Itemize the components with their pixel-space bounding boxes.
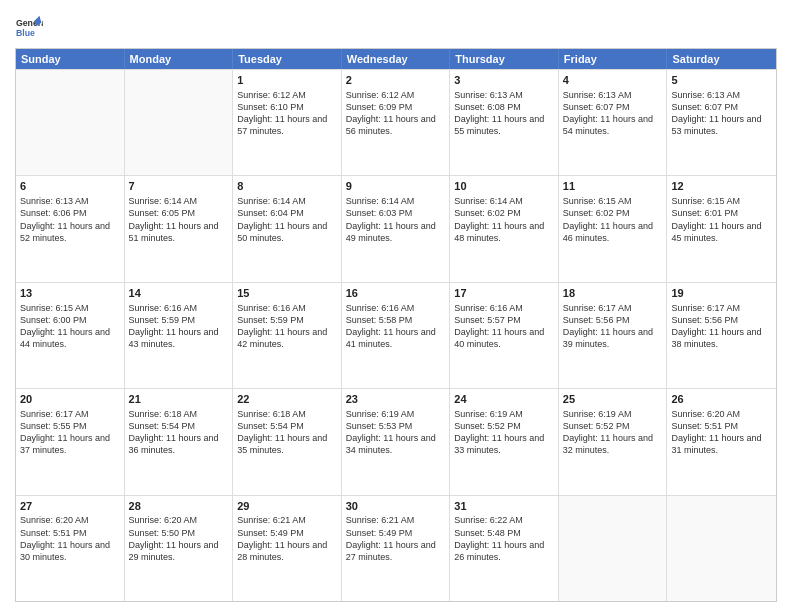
cal-cell: 5Sunrise: 6:13 AMSunset: 6:07 PMDaylight… xyxy=(667,70,776,175)
cal-week-3: 13Sunrise: 6:15 AMSunset: 6:00 PMDayligh… xyxy=(16,282,776,388)
cal-cell: 25Sunrise: 6:19 AMSunset: 5:52 PMDayligh… xyxy=(559,389,668,494)
day-number: 23 xyxy=(346,392,446,407)
cal-week-1: 1Sunrise: 6:12 AMSunset: 6:10 PMDaylight… xyxy=(16,69,776,175)
day-number: 3 xyxy=(454,73,554,88)
calendar-header-row: SundayMondayTuesdayWednesdayThursdayFrid… xyxy=(16,49,776,69)
cell-info: Sunrise: 6:16 AMSunset: 5:58 PMDaylight:… xyxy=(346,302,446,351)
cell-info: Sunrise: 6:19 AMSunset: 5:53 PMDaylight:… xyxy=(346,408,446,457)
day-number: 20 xyxy=(20,392,120,407)
cal-cell: 16Sunrise: 6:16 AMSunset: 5:58 PMDayligh… xyxy=(342,283,451,388)
cell-info: Sunrise: 6:12 AMSunset: 6:09 PMDaylight:… xyxy=(346,89,446,138)
day-number: 21 xyxy=(129,392,229,407)
cell-info: Sunrise: 6:13 AMSunset: 6:08 PMDaylight:… xyxy=(454,89,554,138)
cal-header-thursday: Thursday xyxy=(450,49,559,69)
cal-cell: 22Sunrise: 6:18 AMSunset: 5:54 PMDayligh… xyxy=(233,389,342,494)
cal-cell xyxy=(667,496,776,601)
cal-cell: 11Sunrise: 6:15 AMSunset: 6:02 PMDayligh… xyxy=(559,176,668,281)
cell-info: Sunrise: 6:17 AMSunset: 5:56 PMDaylight:… xyxy=(563,302,663,351)
day-number: 16 xyxy=(346,286,446,301)
cal-cell: 13Sunrise: 6:15 AMSunset: 6:00 PMDayligh… xyxy=(16,283,125,388)
page: General Blue SundayMondayTuesdayWednesda… xyxy=(0,0,792,612)
day-number: 27 xyxy=(20,499,120,514)
cal-cell: 18Sunrise: 6:17 AMSunset: 5:56 PMDayligh… xyxy=(559,283,668,388)
day-number: 6 xyxy=(20,179,120,194)
cal-cell xyxy=(559,496,668,601)
cal-cell: 3Sunrise: 6:13 AMSunset: 6:08 PMDaylight… xyxy=(450,70,559,175)
cal-cell: 29Sunrise: 6:21 AMSunset: 5:49 PMDayligh… xyxy=(233,496,342,601)
cell-info: Sunrise: 6:17 AMSunset: 5:56 PMDaylight:… xyxy=(671,302,772,351)
day-number: 25 xyxy=(563,392,663,407)
cal-cell: 17Sunrise: 6:16 AMSunset: 5:57 PMDayligh… xyxy=(450,283,559,388)
day-number: 22 xyxy=(237,392,337,407)
cal-cell: 2Sunrise: 6:12 AMSunset: 6:09 PMDaylight… xyxy=(342,70,451,175)
cal-cell xyxy=(125,70,234,175)
cal-cell: 28Sunrise: 6:20 AMSunset: 5:50 PMDayligh… xyxy=(125,496,234,601)
cell-info: Sunrise: 6:15 AMSunset: 6:02 PMDaylight:… xyxy=(563,195,663,244)
day-number: 2 xyxy=(346,73,446,88)
cell-info: Sunrise: 6:19 AMSunset: 5:52 PMDaylight:… xyxy=(454,408,554,457)
cal-week-2: 6Sunrise: 6:13 AMSunset: 6:06 PMDaylight… xyxy=(16,175,776,281)
cell-info: Sunrise: 6:13 AMSunset: 6:07 PMDaylight:… xyxy=(671,89,772,138)
svg-text:Blue: Blue xyxy=(16,28,35,38)
cell-info: Sunrise: 6:19 AMSunset: 5:52 PMDaylight:… xyxy=(563,408,663,457)
cell-info: Sunrise: 6:13 AMSunset: 6:07 PMDaylight:… xyxy=(563,89,663,138)
day-number: 31 xyxy=(454,499,554,514)
day-number: 28 xyxy=(129,499,229,514)
cal-cell: 15Sunrise: 6:16 AMSunset: 5:59 PMDayligh… xyxy=(233,283,342,388)
cal-cell: 1Sunrise: 6:12 AMSunset: 6:10 PMDaylight… xyxy=(233,70,342,175)
cell-info: Sunrise: 6:22 AMSunset: 5:48 PMDaylight:… xyxy=(454,514,554,563)
cell-info: Sunrise: 6:15 AMSunset: 6:01 PMDaylight:… xyxy=(671,195,772,244)
day-number: 18 xyxy=(563,286,663,301)
cell-info: Sunrise: 6:18 AMSunset: 5:54 PMDaylight:… xyxy=(237,408,337,457)
calendar: SundayMondayTuesdayWednesdayThursdayFrid… xyxy=(15,48,777,602)
cell-info: Sunrise: 6:15 AMSunset: 6:00 PMDaylight:… xyxy=(20,302,120,351)
cal-cell: 20Sunrise: 6:17 AMSunset: 5:55 PMDayligh… xyxy=(16,389,125,494)
cell-info: Sunrise: 6:16 AMSunset: 5:59 PMDaylight:… xyxy=(129,302,229,351)
day-number: 26 xyxy=(671,392,772,407)
day-number: 1 xyxy=(237,73,337,88)
cal-cell: 26Sunrise: 6:20 AMSunset: 5:51 PMDayligh… xyxy=(667,389,776,494)
day-number: 14 xyxy=(129,286,229,301)
cal-cell: 21Sunrise: 6:18 AMSunset: 5:54 PMDayligh… xyxy=(125,389,234,494)
logo-icon: General Blue xyxy=(15,14,43,42)
cell-info: Sunrise: 6:14 AMSunset: 6:05 PMDaylight:… xyxy=(129,195,229,244)
cal-cell: 27Sunrise: 6:20 AMSunset: 5:51 PMDayligh… xyxy=(16,496,125,601)
cal-cell: 14Sunrise: 6:16 AMSunset: 5:59 PMDayligh… xyxy=(125,283,234,388)
cal-cell: 7Sunrise: 6:14 AMSunset: 6:05 PMDaylight… xyxy=(125,176,234,281)
day-number: 15 xyxy=(237,286,337,301)
day-number: 9 xyxy=(346,179,446,194)
cal-header-sunday: Sunday xyxy=(16,49,125,69)
cal-header-wednesday: Wednesday xyxy=(342,49,451,69)
cell-info: Sunrise: 6:14 AMSunset: 6:02 PMDaylight:… xyxy=(454,195,554,244)
cal-header-tuesday: Tuesday xyxy=(233,49,342,69)
cell-info: Sunrise: 6:12 AMSunset: 6:10 PMDaylight:… xyxy=(237,89,337,138)
cal-cell: 6Sunrise: 6:13 AMSunset: 6:06 PMDaylight… xyxy=(16,176,125,281)
cal-header-monday: Monday xyxy=(125,49,234,69)
cal-cell: 4Sunrise: 6:13 AMSunset: 6:07 PMDaylight… xyxy=(559,70,668,175)
day-number: 7 xyxy=(129,179,229,194)
header: General Blue xyxy=(15,10,777,42)
cell-info: Sunrise: 6:18 AMSunset: 5:54 PMDaylight:… xyxy=(129,408,229,457)
cal-week-5: 27Sunrise: 6:20 AMSunset: 5:51 PMDayligh… xyxy=(16,495,776,601)
day-number: 10 xyxy=(454,179,554,194)
day-number: 4 xyxy=(563,73,663,88)
day-number: 24 xyxy=(454,392,554,407)
cal-cell: 31Sunrise: 6:22 AMSunset: 5:48 PMDayligh… xyxy=(450,496,559,601)
cal-week-4: 20Sunrise: 6:17 AMSunset: 5:55 PMDayligh… xyxy=(16,388,776,494)
cell-info: Sunrise: 6:17 AMSunset: 5:55 PMDaylight:… xyxy=(20,408,120,457)
day-number: 11 xyxy=(563,179,663,194)
cal-cell: 9Sunrise: 6:14 AMSunset: 6:03 PMDaylight… xyxy=(342,176,451,281)
cal-cell: 12Sunrise: 6:15 AMSunset: 6:01 PMDayligh… xyxy=(667,176,776,281)
day-number: 30 xyxy=(346,499,446,514)
day-number: 8 xyxy=(237,179,337,194)
cell-info: Sunrise: 6:14 AMSunset: 6:03 PMDaylight:… xyxy=(346,195,446,244)
calendar-body: 1Sunrise: 6:12 AMSunset: 6:10 PMDaylight… xyxy=(16,69,776,601)
cell-info: Sunrise: 6:21 AMSunset: 5:49 PMDaylight:… xyxy=(346,514,446,563)
day-number: 19 xyxy=(671,286,772,301)
cell-info: Sunrise: 6:16 AMSunset: 5:57 PMDaylight:… xyxy=(454,302,554,351)
day-number: 29 xyxy=(237,499,337,514)
day-number: 17 xyxy=(454,286,554,301)
cell-info: Sunrise: 6:20 AMSunset: 5:50 PMDaylight:… xyxy=(129,514,229,563)
day-number: 13 xyxy=(20,286,120,301)
cal-cell: 23Sunrise: 6:19 AMSunset: 5:53 PMDayligh… xyxy=(342,389,451,494)
